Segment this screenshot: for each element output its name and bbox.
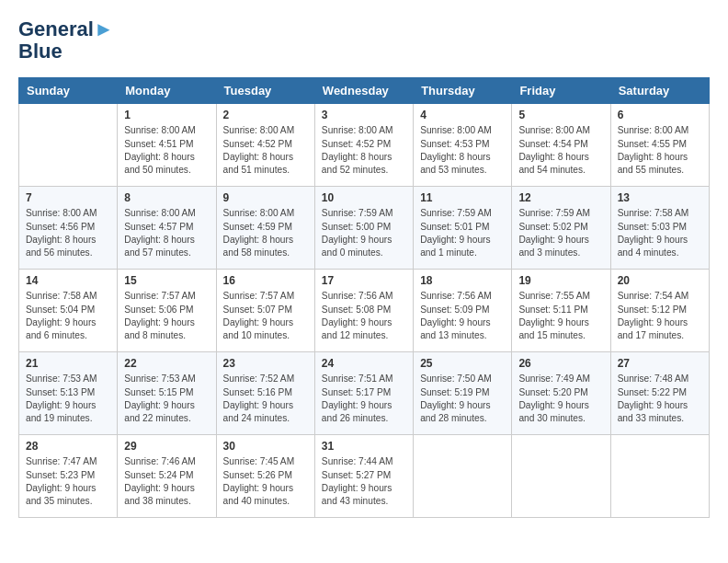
day-number: 21 [26, 357, 110, 370]
cell-info: Sunrise: 8:00 AM Sunset: 4:57 PM Dayligh… [124, 207, 209, 259]
calendar-cell: 3Sunrise: 8:00 AM Sunset: 4:52 PM Daylig… [314, 104, 413, 187]
weekday-header-thursday: Thursday [414, 78, 512, 104]
calendar-cell: 23Sunrise: 7:52 AM Sunset: 5:16 PM Dayli… [216, 352, 314, 435]
cell-info: Sunrise: 7:59 AM Sunset: 5:02 PM Dayligh… [518, 207, 603, 259]
weekday-header-sunday: Sunday [19, 78, 118, 104]
cell-info: Sunrise: 7:56 AM Sunset: 5:09 PM Dayligh… [420, 290, 505, 342]
day-number: 20 [618, 274, 702, 287]
calendar-cell: 19Sunrise: 7:55 AM Sunset: 5:11 PM Dayli… [512, 270, 610, 352]
day-number: 3 [322, 109, 406, 121]
day-number: 14 [26, 274, 110, 287]
day-number: 6 [618, 109, 702, 121]
day-number: 30 [223, 440, 308, 453]
day-number: 2 [223, 109, 308, 121]
cell-info: Sunrise: 7:58 AM Sunset: 5:03 PM Dayligh… [618, 207, 702, 259]
day-number: 19 [518, 274, 603, 287]
calendar-cell: 20Sunrise: 7:54 AM Sunset: 5:12 PM Dayli… [610, 270, 709, 352]
cell-info: Sunrise: 7:49 AM Sunset: 5:20 PM Dayligh… [518, 373, 603, 425]
cell-info: Sunrise: 8:00 AM Sunset: 4:56 PM Dayligh… [26, 207, 110, 259]
calendar-cell [19, 104, 118, 187]
cell-info: Sunrise: 7:45 AM Sunset: 5:26 PM Dayligh… [223, 455, 308, 508]
cell-info: Sunrise: 7:57 AM Sunset: 5:06 PM Dayligh… [124, 290, 209, 342]
day-number: 9 [223, 191, 308, 204]
calendar-cell: 13Sunrise: 7:58 AM Sunset: 5:03 PM Dayli… [610, 187, 709, 270]
day-number: 13 [618, 191, 702, 204]
weekday-header-wednesday: Wednesday [314, 78, 413, 104]
day-number: 5 [518, 109, 603, 121]
weekday-header-monday: Monday [118, 78, 216, 104]
calendar-cell [512, 435, 610, 518]
cell-info: Sunrise: 8:00 AM Sunset: 4:52 PM Dayligh… [322, 124, 406, 177]
day-number: 24 [322, 357, 406, 370]
day-number: 17 [322, 274, 406, 287]
cell-info: Sunrise: 8:00 AM Sunset: 4:53 PM Dayligh… [420, 124, 505, 177]
calendar-cell: 18Sunrise: 7:56 AM Sunset: 5:09 PM Dayli… [414, 270, 512, 352]
day-number: 10 [322, 191, 406, 204]
day-number: 22 [124, 357, 209, 370]
day-number: 1 [124, 109, 209, 121]
cell-info: Sunrise: 7:59 AM Sunset: 5:01 PM Dayligh… [420, 207, 505, 259]
calendar-cell: 5Sunrise: 8:00 AM Sunset: 4:54 PM Daylig… [512, 104, 610, 187]
day-number: 23 [223, 357, 308, 370]
calendar-cell: 7Sunrise: 8:00 AM Sunset: 4:56 PM Daylig… [19, 187, 118, 270]
cell-info: Sunrise: 7:58 AM Sunset: 5:04 PM Dayligh… [26, 290, 110, 342]
cell-info: Sunrise: 8:00 AM Sunset: 4:54 PM Dayligh… [518, 124, 603, 177]
cell-info: Sunrise: 8:00 AM Sunset: 4:59 PM Dayligh… [223, 207, 308, 259]
page-header: General►Blue [18, 18, 710, 63]
cell-info: Sunrise: 7:55 AM Sunset: 5:11 PM Dayligh… [518, 290, 603, 342]
logo: General►Blue [18, 18, 114, 63]
weekday-header-saturday: Saturday [610, 78, 709, 104]
cell-info: Sunrise: 8:00 AM Sunset: 4:55 PM Dayligh… [618, 124, 702, 177]
day-number: 4 [420, 109, 505, 121]
cell-info: Sunrise: 7:53 AM Sunset: 5:13 PM Dayligh… [26, 373, 110, 425]
day-number: 29 [124, 440, 209, 453]
cell-info: Sunrise: 7:44 AM Sunset: 5:27 PM Dayligh… [322, 455, 406, 508]
calendar-cell: 6Sunrise: 8:00 AM Sunset: 4:55 PM Daylig… [610, 104, 709, 187]
calendar-cell: 16Sunrise: 7:57 AM Sunset: 5:07 PM Dayli… [216, 270, 314, 352]
calendar-cell: 9Sunrise: 8:00 AM Sunset: 4:59 PM Daylig… [216, 187, 314, 270]
day-number: 27 [618, 357, 702, 370]
calendar-cell: 10Sunrise: 7:59 AM Sunset: 5:00 PM Dayli… [314, 187, 413, 270]
calendar-cell: 15Sunrise: 7:57 AM Sunset: 5:06 PM Dayli… [118, 270, 216, 352]
cell-info: Sunrise: 7:59 AM Sunset: 5:00 PM Dayligh… [322, 207, 406, 259]
day-number: 15 [124, 274, 209, 287]
cell-info: Sunrise: 7:52 AM Sunset: 5:16 PM Dayligh… [223, 373, 308, 425]
cell-info: Sunrise: 8:00 AM Sunset: 4:52 PM Dayligh… [223, 124, 308, 177]
calendar-cell: 30Sunrise: 7:45 AM Sunset: 5:26 PM Dayli… [216, 435, 314, 518]
day-number: 12 [518, 191, 603, 204]
calendar-cell [414, 435, 512, 518]
day-number: 31 [322, 440, 406, 453]
calendar-cell: 17Sunrise: 7:56 AM Sunset: 5:08 PM Dayli… [314, 270, 413, 352]
day-number: 26 [518, 357, 603, 370]
day-number: 28 [26, 440, 110, 453]
day-number: 18 [420, 274, 505, 287]
logo-text: General►Blue [18, 18, 114, 63]
calendar-cell: 29Sunrise: 7:46 AM Sunset: 5:24 PM Dayli… [118, 435, 216, 518]
calendar-cell: 2Sunrise: 8:00 AM Sunset: 4:52 PM Daylig… [216, 104, 314, 187]
calendar-cell: 25Sunrise: 7:50 AM Sunset: 5:19 PM Dayli… [414, 352, 512, 435]
cell-info: Sunrise: 7:57 AM Sunset: 5:07 PM Dayligh… [223, 290, 308, 342]
calendar-cell: 11Sunrise: 7:59 AM Sunset: 5:01 PM Dayli… [414, 187, 512, 270]
weekday-header-tuesday: Tuesday [216, 78, 314, 104]
calendar-cell: 31Sunrise: 7:44 AM Sunset: 5:27 PM Dayli… [314, 435, 413, 518]
cell-info: Sunrise: 7:47 AM Sunset: 5:23 PM Dayligh… [26, 455, 110, 508]
day-number: 7 [26, 191, 110, 204]
cell-info: Sunrise: 7:53 AM Sunset: 5:15 PM Dayligh… [124, 373, 209, 425]
cell-info: Sunrise: 7:51 AM Sunset: 5:17 PM Dayligh… [322, 373, 406, 425]
cell-info: Sunrise: 7:54 AM Sunset: 5:12 PM Dayligh… [618, 290, 702, 342]
cell-info: Sunrise: 7:48 AM Sunset: 5:22 PM Dayligh… [618, 373, 702, 425]
calendar-cell: 26Sunrise: 7:49 AM Sunset: 5:20 PM Dayli… [512, 352, 610, 435]
calendar-cell: 4Sunrise: 8:00 AM Sunset: 4:53 PM Daylig… [414, 104, 512, 187]
day-number: 11 [420, 191, 505, 204]
calendar-cell: 28Sunrise: 7:47 AM Sunset: 5:23 PM Dayli… [19, 435, 118, 518]
calendar-cell: 14Sunrise: 7:58 AM Sunset: 5:04 PM Dayli… [19, 270, 118, 352]
calendar-cell: 27Sunrise: 7:48 AM Sunset: 5:22 PM Dayli… [610, 352, 709, 435]
day-number: 8 [124, 191, 209, 204]
calendar-cell: 22Sunrise: 7:53 AM Sunset: 5:15 PM Dayli… [118, 352, 216, 435]
calendar-cell: 24Sunrise: 7:51 AM Sunset: 5:17 PM Dayli… [314, 352, 413, 435]
calendar-table: SundayMondayTuesdayWednesdayThursdayFrid… [18, 77, 710, 518]
calendar-cell: 1Sunrise: 8:00 AM Sunset: 4:51 PM Daylig… [118, 104, 216, 187]
calendar-cell [610, 435, 709, 518]
calendar-cell: 21Sunrise: 7:53 AM Sunset: 5:13 PM Dayli… [19, 352, 118, 435]
cell-info: Sunrise: 7:46 AM Sunset: 5:24 PM Dayligh… [124, 455, 209, 508]
